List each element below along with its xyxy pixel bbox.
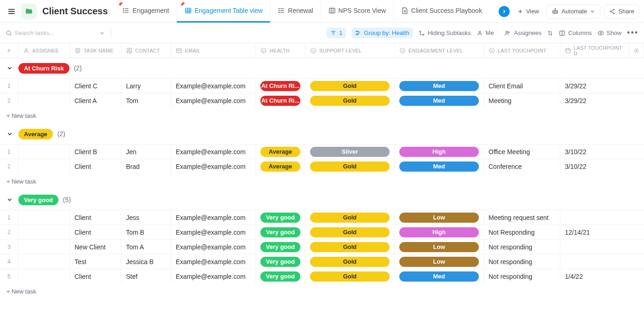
- cell-support[interactable]: Gold: [305, 254, 395, 269]
- tab-client-success-playbook[interactable]: Client Success Playbook: [393, 0, 489, 23]
- chevron-down-icon[interactable]: [99, 30, 105, 36]
- cell-contact[interactable]: Larry: [121, 79, 171, 93]
- table-row[interactable]: 1Client CLarryExample@example.comAt Chur…: [0, 78, 644, 93]
- cell-task[interactable]: Client B: [70, 144, 121, 159]
- new-task-button[interactable]: + New task: [0, 108, 644, 124]
- group-pill[interactable]: Average: [18, 129, 53, 139]
- cell-support[interactable]: Gold: [305, 240, 395, 254]
- table-row[interactable]: 3New ClientTom AExample@example.comVery …: [0, 239, 644, 254]
- cell-date[interactable]: 12/14/21: [560, 225, 629, 239]
- cell-date[interactable]: 3/10/22: [560, 144, 629, 159]
- cell-contact[interactable]: Jen: [121, 144, 171, 159]
- col-date[interactable]: LAST TOUCHPOINT D: [560, 43, 629, 58]
- cell-email[interactable]: Example@example.com: [171, 93, 256, 108]
- cell-date[interactable]: [560, 254, 629, 269]
- cell-email[interactable]: Example@example.com: [171, 79, 256, 93]
- search-input[interactable]: [15, 29, 96, 36]
- cell-date[interactable]: 1/4/22: [560, 269, 629, 283]
- cell-engagement[interactable]: Low: [395, 240, 484, 254]
- cell-contact[interactable]: Tom B: [121, 225, 171, 239]
- menu-button[interactable]: [5, 5, 18, 18]
- cell-assignee[interactable]: [18, 79, 70, 93]
- cell-date[interactable]: 3/29/22: [560, 93, 629, 108]
- assignees-filter[interactable]: Assignees: [504, 29, 541, 36]
- cell-health[interactable]: At Churn Ri...: [256, 93, 305, 108]
- cell-assignee[interactable]: [18, 144, 70, 159]
- col-engagement[interactable]: ENGAGEMENT LEVEL: [395, 43, 484, 58]
- cell-touchpoint[interactable]: Office Meeting: [484, 144, 560, 159]
- tab-nps-score-view[interactable]: NPS Score View: [321, 0, 393, 23]
- cell-touchpoint[interactable]: Client Email: [484, 79, 560, 93]
- cell-date[interactable]: 3/10/22: [560, 159, 629, 173]
- cell-assignee[interactable]: [18, 254, 70, 269]
- cell-task[interactable]: New Client: [70, 240, 121, 254]
- cell-engagement[interactable]: Med: [395, 269, 484, 283]
- automate-button[interactable]: Automate: [546, 5, 601, 18]
- cell-task[interactable]: Client: [70, 269, 121, 283]
- table-row[interactable]: 5ClientStefExample@example.comVery goodG…: [0, 269, 644, 283]
- cell-support[interactable]: Gold: [305, 269, 395, 283]
- cell-touchpoint[interactable]: Meeting request sent: [484, 210, 560, 225]
- cell-email[interactable]: Example@example.com: [171, 225, 256, 239]
- sort-button[interactable]: [547, 30, 553, 36]
- cell-contact[interactable]: Tom A: [121, 240, 171, 254]
- cell-touchpoint[interactable]: Conference: [484, 159, 560, 173]
- cell-touchpoint[interactable]: Not responding: [484, 254, 560, 269]
- cell-assignee[interactable]: [18, 225, 70, 239]
- cell-engagement[interactable]: High: [395, 225, 484, 239]
- add-column-button[interactable]: [629, 43, 644, 58]
- cell-task[interactable]: Client: [70, 225, 121, 239]
- cell-health[interactable]: Very good: [256, 269, 305, 283]
- cell-engagement[interactable]: Low: [395, 254, 484, 269]
- cell-health[interactable]: Average: [256, 144, 305, 159]
- tab-renewal[interactable]: Renewal: [270, 0, 320, 23]
- col-assignee[interactable]: ASSIGNEE: [18, 43, 70, 58]
- group-collapse-toggle[interactable]: [6, 64, 14, 72]
- me-filter[interactable]: Me ·: [477, 29, 499, 36]
- cell-health[interactable]: Very good: [256, 254, 305, 269]
- filter-chip[interactable]: 1: [327, 28, 346, 38]
- new-task-button[interactable]: + New task: [0, 173, 644, 190]
- cell-email[interactable]: Example@example.com: [171, 254, 256, 269]
- cell-support[interactable]: Gold: [305, 159, 395, 173]
- cell-health[interactable]: Average: [256, 159, 305, 173]
- cell-task[interactable]: Client C: [70, 79, 121, 93]
- tab-engagement-table-view[interactable]: 📌Engagement Table view: [177, 0, 270, 23]
- cell-touchpoint[interactable]: Not responding: [484, 269, 560, 283]
- cell-health[interactable]: Very good: [256, 240, 305, 254]
- table-row[interactable]: 4TestJessica BExample@example.comVery go…: [0, 254, 644, 269]
- col-num[interactable]: #: [0, 43, 18, 58]
- cell-health[interactable]: At Churn Ri...: [256, 79, 305, 93]
- add-view-button[interactable]: View: [513, 5, 543, 18]
- cell-support[interactable]: Gold: [305, 210, 395, 225]
- col-health[interactable]: HEALTH: [256, 43, 305, 58]
- cell-email[interactable]: Example@example.com: [171, 159, 256, 173]
- cell-engagement[interactable]: Low: [395, 210, 484, 225]
- cell-email[interactable]: Example@example.com: [171, 269, 256, 283]
- group-collapse-toggle[interactable]: [6, 196, 14, 204]
- cell-support[interactable]: Gold: [305, 225, 395, 239]
- table-row[interactable]: 2Client ATomExample@example.comAt Churn …: [0, 93, 644, 108]
- cell-support[interactable]: Gold: [305, 93, 395, 108]
- folder-chip[interactable]: [21, 4, 37, 19]
- cell-date[interactable]: 3/29/22: [560, 79, 629, 93]
- cell-touchpoint[interactable]: Not responding: [484, 240, 560, 254]
- cell-task[interactable]: Client A: [70, 93, 121, 108]
- table-row[interactable]: 1Client BJenExample@example.comAverageSi…: [0, 144, 644, 159]
- table-row[interactable]: 2ClientBradExample@example.comAverageGol…: [0, 159, 644, 173]
- cell-assignee[interactable]: [18, 93, 70, 108]
- cell-task[interactable]: Test: [70, 254, 121, 269]
- share-button[interactable]: Share: [604, 5, 639, 18]
- col-task[interactable]: TASK NAME: [70, 43, 121, 58]
- new-task-button[interactable]: + New task: [0, 283, 644, 300]
- table-row[interactable]: 2ClientTom BExample@example.comVery good…: [0, 225, 644, 239]
- cell-engagement[interactable]: Med: [395, 159, 484, 173]
- cell-engagement[interactable]: Med: [395, 79, 484, 93]
- cell-support[interactable]: Gold: [305, 79, 395, 93]
- cell-date[interactable]: [560, 240, 629, 254]
- cell-support[interactable]: Silver: [305, 144, 395, 159]
- subtasks-toggle[interactable]: Hiding Subtasks: [419, 29, 471, 36]
- cell-touchpoint[interactable]: Meeting: [484, 93, 560, 108]
- cell-touchpoint[interactable]: Not Responding: [484, 225, 560, 239]
- carousel-next-button[interactable]: [499, 6, 510, 17]
